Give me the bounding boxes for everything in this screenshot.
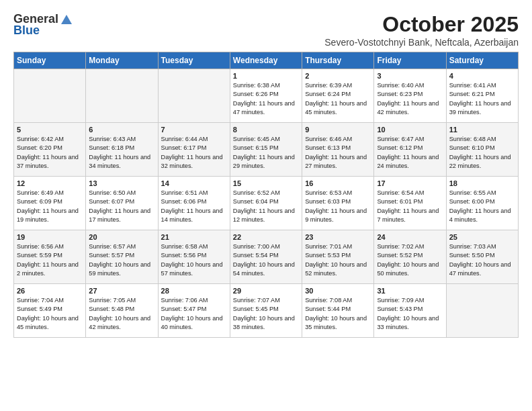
day-number: 24	[377, 233, 443, 241]
logo-icon	[60, 13, 73, 26]
day-info: Sunrise: 7:02 AM Sunset: 5:52 PM Dayligh…	[377, 242, 443, 278]
day-info: Sunrise: 6:58 AM Sunset: 5:56 PM Dayligh…	[161, 242, 227, 278]
calendar-day-20: 20Sunrise: 6:57 AM Sunset: 5:57 PM Dayli…	[86, 230, 158, 284]
calendar-day-23: 23Sunrise: 7:01 AM Sunset: 5:53 PM Dayli…	[302, 230, 374, 284]
logo-blue-text: Blue	[13, 24, 40, 38]
day-number: 2	[305, 72, 371, 80]
calendar-week-row: 19Sunrise: 6:56 AM Sunset: 5:59 PM Dayli…	[14, 230, 519, 284]
day-number: 5	[17, 126, 83, 134]
calendar-day-empty	[158, 69, 230, 123]
day-info: Sunrise: 6:44 AM Sunset: 6:17 PM Dayligh…	[161, 135, 227, 171]
day-number: 28	[161, 287, 227, 295]
day-number: 13	[89, 179, 154, 187]
calendar-day-19: 19Sunrise: 6:56 AM Sunset: 5:59 PM Dayli…	[14, 230, 86, 284]
weekday-header-friday: Friday	[374, 52, 446, 69]
calendar-day-30: 30Sunrise: 7:08 AM Sunset: 5:44 PM Dayli…	[302, 284, 374, 338]
weekday-header-row: SundayMondayTuesdayWednesdayThursdayFrid…	[14, 52, 519, 69]
calendar-day-4: 4Sunrise: 6:41 AM Sunset: 6:21 PM Daylig…	[446, 69, 518, 123]
day-number: 31	[377, 287, 443, 295]
calendar-day-9: 9Sunrise: 6:46 AM Sunset: 6:13 PM Daylig…	[302, 123, 374, 177]
calendar-day-3: 3Sunrise: 6:40 AM Sunset: 6:23 PM Daylig…	[374, 69, 446, 123]
calendar-day-28: 28Sunrise: 7:06 AM Sunset: 5:47 PM Dayli…	[158, 284, 230, 338]
calendar-day-empty	[14, 69, 86, 123]
calendar-day-12: 12Sunrise: 6:49 AM Sunset: 6:09 PM Dayli…	[14, 177, 86, 230]
day-number: 25	[449, 233, 515, 241]
calendar-week-row: 12Sunrise: 6:49 AM Sunset: 6:09 PM Dayli…	[14, 177, 519, 230]
day-number: 18	[449, 179, 515, 187]
calendar-day-6: 6Sunrise: 6:43 AM Sunset: 6:18 PM Daylig…	[86, 123, 158, 177]
day-info: Sunrise: 6:48 AM Sunset: 6:10 PM Dayligh…	[449, 135, 515, 171]
calendar-day-empty	[446, 284, 518, 338]
day-number: 17	[377, 179, 443, 187]
calendar-day-16: 16Sunrise: 6:53 AM Sunset: 6:03 PM Dayli…	[302, 177, 374, 230]
calendar-table: SundayMondayTuesdayWednesdayThursdayFrid…	[13, 52, 519, 338]
weekday-header-tuesday: Tuesday	[158, 52, 230, 69]
day-info: Sunrise: 6:38 AM Sunset: 6:26 PM Dayligh…	[233, 81, 299, 117]
day-number: 6	[89, 126, 154, 134]
day-info: Sunrise: 7:01 AM Sunset: 5:53 PM Dayligh…	[305, 242, 371, 278]
day-number: 7	[161, 126, 227, 134]
day-number: 19	[17, 233, 83, 241]
calendar-day-26: 26Sunrise: 7:04 AM Sunset: 5:49 PM Dayli…	[14, 284, 86, 338]
day-number: 11	[449, 126, 515, 134]
day-info: Sunrise: 7:04 AM Sunset: 5:49 PM Dayligh…	[17, 296, 83, 332]
calendar-day-21: 21Sunrise: 6:58 AM Sunset: 5:56 PM Dayli…	[158, 230, 230, 284]
day-info: Sunrise: 6:41 AM Sunset: 6:21 PM Dayligh…	[449, 81, 515, 117]
day-number: 30	[305, 287, 371, 295]
weekday-header-sunday: Sunday	[14, 52, 86, 69]
day-number: 22	[233, 233, 299, 241]
calendar-day-24: 24Sunrise: 7:02 AM Sunset: 5:52 PM Dayli…	[374, 230, 446, 284]
day-info: Sunrise: 7:00 AM Sunset: 5:54 PM Dayligh…	[233, 242, 299, 278]
day-number: 3	[377, 72, 443, 80]
month-title: October 2025	[324, 12, 519, 37]
day-info: Sunrise: 7:06 AM Sunset: 5:47 PM Dayligh…	[161, 296, 227, 332]
day-number: 29	[233, 287, 299, 295]
day-info: Sunrise: 6:49 AM Sunset: 6:09 PM Dayligh…	[17, 189, 83, 224]
calendar-day-31: 31Sunrise: 7:09 AM Sunset: 5:43 PM Dayli…	[374, 284, 446, 338]
calendar-week-row: 5Sunrise: 6:42 AM Sunset: 6:20 PM Daylig…	[14, 123, 519, 177]
day-info: Sunrise: 6:39 AM Sunset: 6:24 PM Dayligh…	[305, 81, 371, 117]
calendar-day-8: 8Sunrise: 6:45 AM Sunset: 6:15 PM Daylig…	[230, 123, 302, 177]
day-number: 23	[305, 233, 371, 241]
title-block: October 2025 Severo-Vostotchnyi Bank, Ne…	[324, 12, 519, 48]
day-info: Sunrise: 6:51 AM Sunset: 6:06 PM Dayligh…	[161, 189, 227, 224]
calendar-day-10: 10Sunrise: 6:47 AM Sunset: 6:12 PM Dayli…	[374, 123, 446, 177]
calendar-day-2: 2Sunrise: 6:39 AM Sunset: 6:24 PM Daylig…	[302, 69, 374, 123]
day-info: Sunrise: 6:50 AM Sunset: 6:07 PM Dayligh…	[89, 189, 154, 224]
weekday-header-wednesday: Wednesday	[230, 52, 302, 69]
location: Severo-Vostotchnyi Bank, Neftcala, Azerb…	[324, 37, 519, 48]
day-number: 15	[233, 179, 299, 187]
day-number: 21	[161, 233, 227, 241]
calendar-week-row: 26Sunrise: 7:04 AM Sunset: 5:49 PM Dayli…	[14, 284, 519, 338]
day-info: Sunrise: 6:43 AM Sunset: 6:18 PM Dayligh…	[89, 135, 154, 171]
calendar-day-empty	[86, 69, 158, 123]
day-info: Sunrise: 6:46 AM Sunset: 6:13 PM Dayligh…	[305, 135, 371, 171]
day-info: Sunrise: 6:47 AM Sunset: 6:12 PM Dayligh…	[377, 135, 443, 171]
day-number: 10	[377, 126, 443, 134]
day-info: Sunrise: 6:56 AM Sunset: 5:59 PM Dayligh…	[17, 242, 83, 278]
day-number: 16	[305, 179, 371, 187]
day-info: Sunrise: 6:54 AM Sunset: 6:01 PM Dayligh…	[377, 189, 443, 224]
calendar-day-14: 14Sunrise: 6:51 AM Sunset: 6:06 PM Dayli…	[158, 177, 230, 230]
day-info: Sunrise: 6:55 AM Sunset: 6:00 PM Dayligh…	[449, 189, 515, 224]
day-number: 9	[305, 126, 371, 134]
svg-marker-0	[61, 15, 72, 24]
day-info: Sunrise: 7:08 AM Sunset: 5:44 PM Dayligh…	[305, 296, 371, 332]
page: General Blue October 2025 Severo-Vostotc…	[0, 0, 532, 345]
calendar-day-13: 13Sunrise: 6:50 AM Sunset: 6:07 PM Dayli…	[86, 177, 158, 230]
calendar-day-15: 15Sunrise: 6:52 AM Sunset: 6:04 PM Dayli…	[230, 177, 302, 230]
day-info: Sunrise: 6:53 AM Sunset: 6:03 PM Dayligh…	[305, 189, 371, 224]
day-info: Sunrise: 6:52 AM Sunset: 6:04 PM Dayligh…	[233, 189, 299, 224]
day-number: 27	[89, 287, 154, 295]
day-number: 4	[449, 72, 515, 80]
day-number: 12	[17, 179, 83, 187]
day-number: 8	[233, 126, 299, 134]
weekday-header-thursday: Thursday	[302, 52, 374, 69]
calendar-day-27: 27Sunrise: 7:05 AM Sunset: 5:48 PM Dayli…	[86, 284, 158, 338]
day-info: Sunrise: 7:05 AM Sunset: 5:48 PM Dayligh…	[89, 296, 154, 332]
day-info: Sunrise: 6:57 AM Sunset: 5:57 PM Dayligh…	[89, 242, 154, 278]
day-info: Sunrise: 7:07 AM Sunset: 5:45 PM Dayligh…	[233, 296, 299, 332]
day-info: Sunrise: 7:09 AM Sunset: 5:43 PM Dayligh…	[377, 296, 443, 332]
calendar-day-25: 25Sunrise: 7:03 AM Sunset: 5:50 PM Dayli…	[446, 230, 518, 284]
weekday-header-saturday: Saturday	[446, 52, 518, 69]
